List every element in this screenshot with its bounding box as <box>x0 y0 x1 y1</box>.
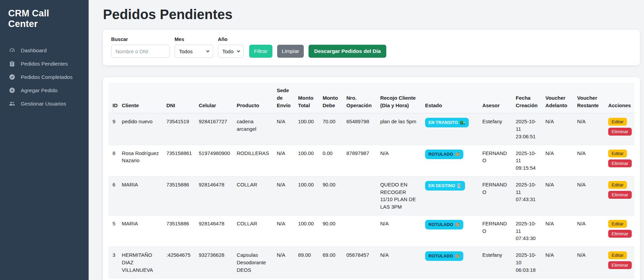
page-title: Pedidos Pendientes <box>103 7 640 22</box>
cell-estado: ROTULADO <box>422 145 480 176</box>
delete-button[interactable]: Eliminar <box>608 191 632 199</box>
month-group: Mes Todos <box>175 37 213 58</box>
download-day-orders-button[interactable]: Descargar Pedidos del Día <box>309 45 386 58</box>
delete-button[interactable]: Eliminar <box>608 230 632 238</box>
column-header: Celular <box>196 83 234 113</box>
cell-celular: 932736628 <box>196 247 234 278</box>
cell-voucher-adelanto: N/A <box>543 176 574 215</box>
cell-acciones: Editar Eliminar <box>605 145 634 176</box>
package-icon <box>455 254 460 258</box>
building-icon <box>457 183 462 188</box>
sidebar-item-pedidos-completados[interactable]: Pedidos Completados <box>0 70 89 84</box>
cell-voucher-adelanto: N/A <box>543 145 574 176</box>
cell-recojo-cliente: QUEDO EN RECOGER 11/10 PLAN DE LAS 3PM <box>377 176 422 215</box>
cell-dni: 73541519 <box>164 113 196 145</box>
cell-recojo-cliente: N/A <box>377 215 422 247</box>
cell-voucher-restante: N/A <box>574 113 605 145</box>
year-label: Año <box>218 37 244 42</box>
app-root: CRM Call Center DashboardPedidos Pendien… <box>0 0 644 280</box>
gauge-icon <box>9 47 15 54</box>
table-header: IDClienteDNICelularProductoSede de Envío… <box>108 83 634 113</box>
table-body: 9 pedido nuevo 73541519 9284167727 caden… <box>108 113 634 278</box>
cell-recojo-cliente: N/A <box>377 145 422 176</box>
table-header-row: IDClienteDNICelularProductoSede de Envío… <box>108 83 634 113</box>
cell-asesor: Estefany <box>480 113 513 145</box>
table-row: 8 Rosa Rodríguez Nazario 735158861 51974… <box>108 145 634 176</box>
cell-acciones: Editar Eliminar <box>605 215 634 247</box>
edit-button[interactable]: Editar <box>608 150 627 157</box>
cell-id: 5 <box>108 215 119 247</box>
edit-button[interactable]: Editar <box>608 118 627 126</box>
year-select[interactable]: Todos <box>218 45 244 58</box>
edit-button[interactable]: Editar <box>608 181 627 189</box>
search-group: Buscar <box>111 37 170 58</box>
status-label: ROTULADO <box>429 253 453 259</box>
column-header: Estado <box>422 83 480 113</box>
table-row: 9 pedido nuevo 73541519 9284167727 caden… <box>108 113 634 145</box>
users-icon <box>9 100 15 107</box>
cell-voucher-restante: N/A <box>574 215 605 247</box>
sidebar-item-label: Gestionar Usuarios <box>21 101 66 107</box>
cell-acciones: Editar Eliminar <box>605 176 634 215</box>
package-icon <box>455 152 460 157</box>
cell-voucher-restante: N/A <box>574 247 605 278</box>
table-row: 5 MARIA 73515886 928146478 COLLAR N/A 10… <box>108 215 634 247</box>
cell-monto-debe: 69.00 <box>320 247 344 278</box>
delete-button[interactable]: Eliminar <box>608 128 632 136</box>
cell-celular: 928146478 <box>196 176 234 215</box>
clear-button[interactable]: Limpiar <box>277 45 304 58</box>
column-header: Recojo Cliente (Día y Hora) <box>377 83 422 113</box>
cell-id: 9 <box>108 113 119 145</box>
column-header: Producto <box>234 83 274 113</box>
status-badge: ROTULADO <box>425 251 463 261</box>
search-input[interactable] <box>111 45 170 58</box>
column-header: Nro. Operación <box>344 83 377 113</box>
cell-monto-total: 89.00 <box>295 247 320 278</box>
cell-cliente: Rosa Rodríguez Nazario <box>119 145 164 176</box>
sidebar-nav: DashboardPedidos PendientesPedidos Compl… <box>0 44 89 110</box>
edit-button[interactable]: Editar <box>608 251 627 259</box>
cell-sede-envio: N/A <box>274 113 296 145</box>
orders-table-card: IDClienteDNICelularProductoSede de Envío… <box>103 77 640 280</box>
column-header: Voucher Restante <box>574 83 605 113</box>
delete-button[interactable]: Eliminar <box>608 159 632 167</box>
cell-nro-operacion <box>344 215 377 247</box>
sidebar-item-agregar-pedido[interactable]: Agregar Pedido <box>0 84 89 97</box>
status-badge: EN TRANSITO <box>425 118 469 127</box>
cell-fecha-creacion: 2025-10-10 06:03:18 <box>513 247 543 278</box>
status-label: ROTULADO <box>429 151 453 157</box>
cell-dni: :42564675 <box>164 247 196 278</box>
cell-monto-debe: 90.00 <box>320 176 344 215</box>
edit-button[interactable]: Editar <box>608 220 627 228</box>
cell-id: 3 <box>108 247 119 278</box>
sidebar-item-gestionar-usuarios[interactable]: Gestionar Usuarios <box>0 97 89 110</box>
cell-asesor: FERNANDO <box>480 176 513 215</box>
cell-estado: EN TRANSITO <box>422 113 480 145</box>
cell-monto-debe: 90.00 <box>320 215 344 247</box>
filter-button[interactable]: Filtrar <box>249 45 272 58</box>
column-header: Acciones <box>605 83 634 113</box>
year-group: Año Todos <box>218 37 244 58</box>
cell-estado: ROTULADO <box>422 215 480 247</box>
cell-producto: COLLAR <box>234 215 274 247</box>
sidebar-item-dashboard[interactable]: Dashboard <box>0 44 89 57</box>
cell-celular: 51974980900 <box>196 145 234 176</box>
cell-sede-envio: N/A <box>274 145 296 176</box>
cell-nro-operacion <box>344 176 377 215</box>
column-header: Monto Debe <box>320 83 344 113</box>
cell-cliente: pedido nuevo <box>119 113 164 145</box>
cell-sede-envio: N/A <box>274 247 296 278</box>
month-select[interactable]: Todos <box>175 45 213 58</box>
status-label: EN DESTINO <box>429 183 455 189</box>
cell-asesor: FERNANDO <box>480 215 513 247</box>
sidebar-item-pedidos-pendientes[interactable]: Pedidos Pendientes <box>0 57 89 70</box>
cell-producto: RODILLERAS <box>234 145 274 176</box>
cell-nro-operacion: 05678457 <box>344 247 377 278</box>
cell-monto-total: 100.00 <box>295 145 320 176</box>
cell-fecha-creacion: 2025-10-11 07:43:31 <box>513 176 543 215</box>
search-label: Buscar <box>111 37 170 42</box>
cell-voucher-adelanto: N/A <box>543 215 574 247</box>
delete-button[interactable]: Eliminar <box>608 261 632 269</box>
cell-cliente: MARIA <box>119 176 164 215</box>
cell-fecha-creacion: 2025-10-11 09:15:54 <box>513 145 543 176</box>
